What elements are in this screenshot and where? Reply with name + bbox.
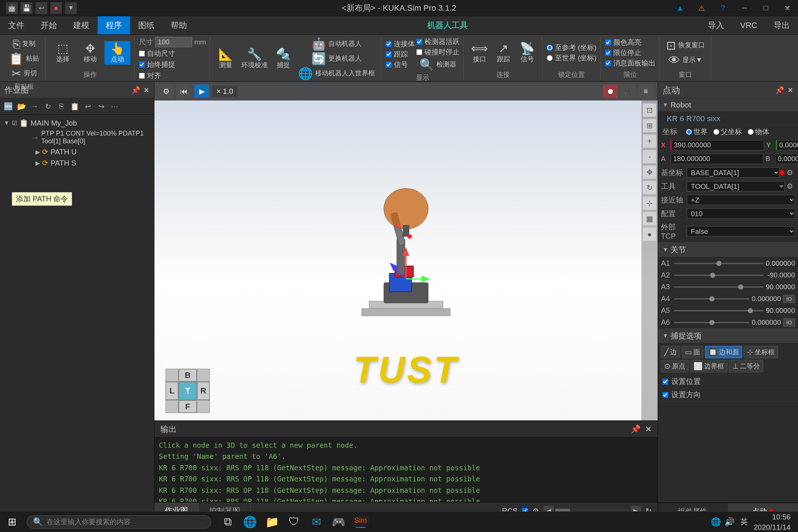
auto-robot-button[interactable]: 🤖 自动机器人: [296, 37, 377, 51]
a5-slider[interactable]: [674, 310, 763, 311]
taskbar-lang[interactable]: 英: [740, 517, 748, 527]
msg-panel-checkbox[interactable]: [605, 60, 611, 66]
vp-zoom-region-btn[interactable]: ⊞: [643, 119, 656, 132]
capture-coord-btn[interactable]: ⊹ 坐标框: [744, 346, 778, 358]
trace2-button[interactable]: ↗ 跟踪: [492, 41, 515, 65]
tree-item-path-s[interactable]: ▶ ⟳ PATH S: [1, 157, 153, 168]
jog-button[interactable]: 👆 点动: [105, 41, 130, 65]
size-input[interactable]: [155, 37, 192, 47]
volume-icon[interactable]: 🔊: [724, 517, 734, 527]
help-icon[interactable]: ▲: [669, 0, 691, 16]
vp-sphere-btn[interactable]: ●: [643, 228, 656, 241]
toolbar-redo-icon[interactable]: ↪: [95, 100, 107, 112]
close-button[interactable]: ✕: [777, 0, 798, 16]
toolbar-undo-icon[interactable]: ↩: [82, 100, 94, 112]
capture-bisect-btn[interactable]: ⊥ 二等分: [729, 360, 763, 372]
vp-zoom-fit-btn[interactable]: ⊡: [643, 103, 656, 117]
nav-cube-left[interactable]: L: [166, 382, 178, 400]
toolbar-paste-icon[interactable]: 📋: [69, 100, 81, 112]
menu-program[interactable]: 程序: [98, 16, 130, 34]
signal2-button[interactable]: 📡 信号: [516, 41, 538, 65]
x-input[interactable]: [671, 140, 764, 150]
a2-slider[interactable]: [674, 274, 763, 276]
nav-cube-right[interactable]: R: [197, 382, 210, 400]
vp-record-btn[interactable]: ⏺: [603, 85, 618, 98]
a-input[interactable]: [671, 154, 763, 164]
config-select[interactable]: 010: [687, 208, 795, 219]
base-select[interactable]: BASE_DATA[1]: [687, 167, 780, 178]
move-button[interactable]: ✥ 移动: [77, 41, 103, 65]
detector-button[interactable]: 🔍 检测器: [416, 58, 460, 72]
a3-slider[interactable]: [674, 286, 763, 288]
world-coord-radio[interactable]: [547, 55, 553, 61]
base-gear-icon[interactable]: ⚙: [785, 167, 795, 178]
signal-checkbox[interactable]: [386, 62, 392, 68]
replace-robot-button[interactable]: 🔄 更换机器人: [296, 52, 377, 66]
b-input[interactable]: [775, 154, 798, 164]
menu-drawing[interactable]: 图纸: [130, 16, 163, 34]
title-menu-icon[interactable]: ●: [50, 2, 62, 14]
world-radio[interactable]: [686, 129, 692, 135]
nav-cube-top[interactable]: B: [178, 369, 197, 382]
viewport[interactable]: ⚙ ⏮ ▶ × 1.0 ⏺ 🎥 ≡: [154, 82, 658, 420]
taskbar-app-taskview[interactable]: ⧉: [217, 515, 238, 528]
menu-help[interactable]: 帮助: [163, 16, 195, 34]
calibrate-button[interactable]: 🔧 环境校准: [238, 47, 271, 71]
menu-start[interactable]: 开始: [33, 16, 65, 34]
save-icon[interactable]: 💾: [21, 2, 33, 14]
trace-checkbox[interactable]: [386, 51, 392, 57]
start-button[interactable]: ⊞: [0, 512, 24, 532]
output-close-icon[interactable]: ✕: [645, 424, 652, 434]
measure-button[interactable]: 📐 测量: [215, 47, 237, 71]
taskbar-app-edge[interactable]: 🌐: [239, 515, 260, 528]
capture-edge-btn[interactable]: ╱ 边: [661, 346, 680, 358]
vp-rotate-btn[interactable]: ↻: [643, 181, 656, 194]
a6-slider[interactable]: [674, 322, 749, 323]
tree-item-ptp[interactable]: → PTP P1 CONT Vel=100% PDATP1 Tool[1] Ba…: [1, 129, 153, 146]
move-robot-world-button[interactable]: 🌐 移动机器人入世界框: [296, 66, 377, 81]
title-extra-icon[interactable]: ▼: [65, 2, 77, 14]
right-close-icon[interactable]: ✕: [787, 86, 794, 95]
y-input[interactable]: [776, 140, 798, 150]
network-icon[interactable]: 🌐: [711, 517, 721, 527]
tree-item-path-u[interactable]: ▶ ⟳ PATH U: [1, 146, 153, 157]
nc-corner-tr[interactable]: [197, 369, 210, 382]
set-position-checkbox[interactable]: [662, 379, 668, 385]
align-checkbox[interactable]: [139, 73, 145, 79]
vp-axes-btn[interactable]: ⊹: [643, 197, 656, 210]
paste-button[interactable]: 📋 粘贴: [7, 52, 41, 66]
tool-select[interactable]: TOOL_DATA[1]: [687, 181, 785, 191]
taskbar-app-sim[interactable]: Sim: [350, 515, 371, 528]
detect-active-checkbox[interactable]: [416, 39, 422, 45]
alert-icon[interactable]: ⚠: [691, 0, 712, 16]
capture-bbox-btn[interactable]: ⬜ 边界框: [690, 360, 727, 372]
taskbar-app-mail[interactable]: ✉: [306, 515, 327, 528]
collision-stop-checkbox[interactable]: [416, 49, 422, 55]
vp-play-btn[interactable]: ▶: [194, 85, 209, 98]
nc-corner-tl[interactable]: [166, 369, 178, 382]
set-direction-checkbox[interactable]: [662, 392, 668, 398]
taskbar-search[interactable]: 🔍 在这里输入你要搜索的内容: [27, 515, 211, 529]
checkbox-main[interactable]: ☑: [12, 120, 17, 127]
vp-camera-btn[interactable]: 🎥: [621, 85, 635, 98]
right-pin-icon[interactable]: 📌: [775, 86, 784, 95]
toolbar-more-icon[interactable]: ⋯: [109, 100, 120, 112]
vp-grid-btn[interactable]: ▦: [643, 212, 656, 225]
show-button[interactable]: 👁 显示▼: [664, 53, 707, 67]
taskbar-app-games[interactable]: 🎮: [328, 515, 349, 528]
vp-rewind-btn[interactable]: ⏮: [177, 85, 191, 98]
nc-corner-br[interactable]: [197, 400, 210, 413]
menu-export[interactable]: 导出: [765, 16, 798, 34]
vp-zoom-in-btn[interactable]: +: [643, 134, 656, 148]
copy-button[interactable]: ⎘ 复制: [7, 37, 41, 51]
approach-select[interactable]: +Z: [687, 195, 795, 205]
nav-cube-center[interactable]: T: [178, 382, 197, 400]
tool-gear-icon[interactable]: ⚙: [785, 181, 795, 191]
color-highlight-checkbox[interactable]: [605, 40, 611, 45]
auto-size-checkbox[interactable]: [139, 51, 145, 57]
parent-coord-radio[interactable]: [713, 129, 719, 135]
open-icon[interactable]: 📂: [16, 100, 27, 112]
cut-button[interactable]: ✂ 剪切: [7, 66, 41, 81]
close-left-icon[interactable]: ✕: [143, 86, 150, 95]
arrow-loop-icon[interactable]: ↻: [42, 100, 54, 112]
